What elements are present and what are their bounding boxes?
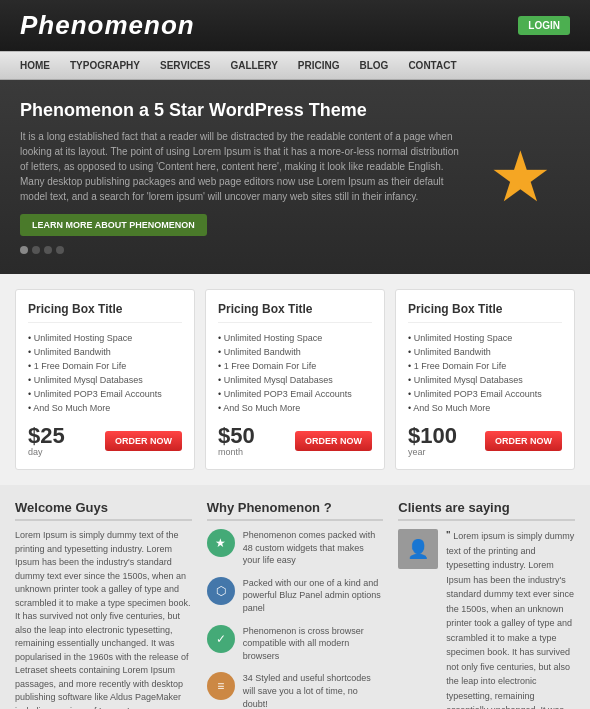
feature-icon-3: ✓	[207, 625, 235, 653]
nav-item-pricing[interactable]: PRICING	[288, 52, 350, 79]
welcome-column: Welcome Guys Lorem Ipsum is simply dummy…	[15, 500, 192, 709]
nav-item-gallery[interactable]: GALLERY	[220, 52, 287, 79]
order-button-3[interactable]: ORDER NOW	[485, 431, 562, 451]
hero-title: Phenomenon a 5 Star WordPress Theme	[20, 100, 470, 121]
feature-item-1: ★ Phenomenon comes packed with 48 custom…	[207, 529, 384, 567]
feature-item-2: ⬡ Packed with our one of a kind and powe…	[207, 577, 384, 615]
dot-4[interactable]	[56, 246, 64, 254]
list-item: Unlimited Mysql Databases	[28, 373, 182, 387]
testimonial-body: Lorem ipsum is simply dummy text of the …	[446, 531, 574, 709]
price-box-1: Pricing Box Title Unlimited Hosting Spac…	[15, 289, 195, 470]
testimonial-content: " Lorem ipsum is simply dummy text of th…	[446, 529, 575, 709]
list-item: 1 Free Domain For Life	[28, 359, 182, 373]
feature-text-2: Packed with our one of a kind and powerf…	[243, 577, 384, 615]
nav-item-contact[interactable]: CONTACT	[398, 52, 466, 79]
list-item: Unlimited POP3 Email Accounts	[28, 387, 182, 401]
price-box-3-footer: $100 year ORDER NOW	[408, 425, 562, 457]
clients-title: Clients are saying	[398, 500, 575, 521]
welcome-title: Welcome Guys	[15, 500, 192, 521]
price-box-3-amount: $100 year	[408, 425, 457, 457]
nav-item-typography[interactable]: TYPOGRAPHY	[60, 52, 150, 79]
price-box-3-title: Pricing Box Title	[408, 302, 562, 323]
list-item: Unlimited Mysql Databases	[218, 373, 372, 387]
list-item: Unlimited Hosting Space	[218, 331, 372, 345]
price-box-2-features: Unlimited Hosting Space Unlimited Bandwi…	[218, 331, 372, 415]
order-button-2[interactable]: ORDER NOW	[295, 431, 372, 451]
feature-icon-4: ≡	[207, 672, 235, 700]
testimonial: 👤 " Lorem ipsum is simply dummy text of …	[398, 529, 575, 709]
list-item: 1 Free Domain For Life	[408, 359, 562, 373]
nav-item-home[interactable]: HOME	[10, 52, 60, 79]
feature-text-3: Phenomenon is cross browser compatible w…	[243, 625, 384, 663]
list-item: Unlimited POP3 Email Accounts	[218, 387, 372, 401]
price-box-1-amount: $25 day	[28, 425, 65, 457]
order-button-1[interactable]: ORDER NOW	[105, 431, 182, 451]
pricing-section: Pricing Box Title Unlimited Hosting Spac…	[0, 274, 590, 485]
star-icon: ★	[489, 142, 552, 212]
clients-column: Clients are saying 👤 " Lorem ipsum is si…	[398, 500, 575, 709]
feature-icon-2: ⬡	[207, 577, 235, 605]
hero-text: Phenomenon a 5 Star WordPress Theme It i…	[20, 100, 470, 254]
feature-text-4: 34 Styled and useful shortcodes will sav…	[243, 672, 384, 709]
quote-open: "	[446, 529, 450, 541]
list-item: 1 Free Domain For Life	[218, 359, 372, 373]
feature-item-4: ≡ 34 Styled and useful shortcodes will s…	[207, 672, 384, 709]
list-item: Unlimited Bandwith	[408, 345, 562, 359]
why-title: Why Phenomenon ?	[207, 500, 384, 521]
feature-text-1: Phenomenon comes packed with 48 custom w…	[243, 529, 384, 567]
hero-image: ★	[470, 142, 570, 212]
price-box-2-title: Pricing Box Title	[218, 302, 372, 323]
list-item: And So Much More	[218, 401, 372, 415]
price-box-3-features: Unlimited Hosting Space Unlimited Bandwi…	[408, 331, 562, 415]
price-box-1-features: Unlimited Hosting Space Unlimited Bandwi…	[28, 331, 182, 415]
main-nav: HOME TYPOGRAPHY SERVICES GALLERY PRICING…	[0, 51, 590, 80]
list-item: Unlimited Hosting Space	[28, 331, 182, 345]
price-box-1-footer: $25 day ORDER NOW	[28, 425, 182, 457]
avatar: 👤	[398, 529, 438, 569]
price-box-2-amount: $50 month	[218, 425, 255, 457]
price-box-1-title: Pricing Box Title	[28, 302, 182, 323]
site-title: Phenomenon	[20, 10, 195, 41]
price-box-2: Pricing Box Title Unlimited Hosting Spac…	[205, 289, 385, 470]
price-box-3: Pricing Box Title Unlimited Hosting Spac…	[395, 289, 575, 470]
list-item: Unlimited Bandwith	[218, 345, 372, 359]
list-item: And So Much More	[408, 401, 562, 415]
list-item: Unlimited Mysql Databases	[408, 373, 562, 387]
dot-1[interactable]	[20, 246, 28, 254]
hero-cta-button[interactable]: LEARN MORE ABOUT PHENOMENON	[20, 214, 207, 236]
dot-2[interactable]	[32, 246, 40, 254]
feature-icon-1: ★	[207, 529, 235, 557]
header: Phenomenon LOGIN	[0, 0, 590, 51]
list-item: Unlimited POP3 Email Accounts	[408, 387, 562, 401]
hero-section: Phenomenon a 5 Star WordPress Theme It i…	[0, 80, 590, 274]
nav-item-services[interactable]: SERVICES	[150, 52, 220, 79]
list-item: Unlimited Hosting Space	[408, 331, 562, 345]
list-item: Unlimited Bandwith	[28, 345, 182, 359]
three-columns-section: Welcome Guys Lorem Ipsum is simply dummy…	[0, 485, 590, 709]
list-item: And So Much More	[28, 401, 182, 415]
feature-item-3: ✓ Phenomenon is cross browser compatible…	[207, 625, 384, 663]
login-button[interactable]: LOGIN	[518, 16, 570, 35]
nav-item-blog[interactable]: BLOG	[350, 52, 399, 79]
why-column: Why Phenomenon ? ★ Phenomenon comes pack…	[207, 500, 384, 709]
dot-3[interactable]	[44, 246, 52, 254]
welcome-body: Lorem Ipsum is simply dummy text of the …	[15, 529, 192, 709]
hero-body: It is a long established fact that a rea…	[20, 129, 470, 204]
slider-dots	[20, 246, 470, 254]
price-box-2-footer: $50 month ORDER NOW	[218, 425, 372, 457]
